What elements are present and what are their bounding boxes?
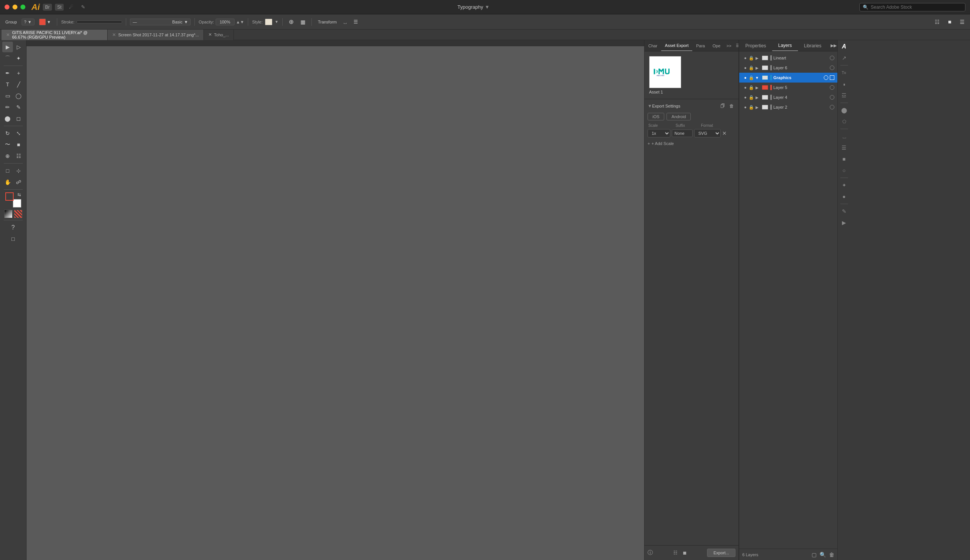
ope-tab[interactable]: Ope	[709, 40, 724, 51]
view-split-icon[interactable]: ◽	[944, 18, 955, 26]
close-button[interactable]	[5, 5, 10, 10]
slice-tool[interactable]: ⊹	[13, 165, 24, 176]
layer-target-6[interactable]	[830, 65, 834, 70]
stroke-profile-dropdown[interactable]: — Basic ▼	[130, 18, 190, 25]
export-list-icon[interactable]: ☷	[672, 549, 680, 557]
para-tab[interactable]: Para	[692, 40, 709, 51]
style-swatch[interactable]	[265, 18, 272, 25]
free-transform-tool[interactable]: ■	[13, 139, 24, 150]
help-tool[interactable]: ?	[8, 222, 18, 233]
layer-expand-2[interactable]: ▶	[755, 105, 760, 110]
text-char-rail-icon[interactable]: ☲	[839, 90, 849, 100]
layer-row-4[interactable]: ● 🔒 ▶ Layer 4	[739, 92, 837, 102]
text-options-rail-icon[interactable]: T≡	[839, 68, 849, 78]
layers-tab[interactable]: Layers	[772, 40, 798, 51]
type-rail-icon[interactable]: A	[839, 42, 849, 52]
layer-lock-4[interactable]: 🔒	[748, 94, 755, 100]
hand-tool[interactable]: ✋	[2, 177, 13, 187]
zoom-tool[interactable]: ☍	[13, 177, 24, 187]
layer-target-5[interactable]	[830, 85, 834, 90]
rect-tool[interactable]: ▭	[2, 90, 13, 101]
layer-lock-5[interactable]: 🔒	[748, 85, 755, 90]
layer-row-5[interactable]: ● 🔒 ▶ Layer 5	[739, 83, 837, 92]
layer-lock-2[interactable]: 🔒	[748, 104, 755, 110]
pen-tool[interactable]: ✒	[2, 68, 13, 78]
layer-target-graphics[interactable]	[824, 75, 828, 80]
transform-options-icon[interactable]: ⎵	[341, 18, 349, 25]
layer-lock-lineart[interactable]: 🔒	[748, 55, 755, 61]
stock-button[interactable]: St	[55, 4, 63, 11]
android-button[interactable]: Android	[666, 113, 691, 120]
stroke-swatch[interactable]	[5, 192, 13, 201]
type-tool[interactable]: T	[2, 79, 13, 90]
layer-target-lineart[interactable]	[830, 56, 834, 60]
tab1-close[interactable]: ✕	[6, 32, 10, 37]
pathfinder-rail-icon[interactable]: ■	[839, 154, 849, 164]
stroke-rail-icon[interactable]: ○	[839, 165, 849, 175]
text-wrap-rail-icon[interactable]: ∎	[839, 79, 849, 89]
layer-target-2[interactable]	[830, 105, 834, 110]
group-type-dropdown[interactable]: ?▼	[22, 18, 35, 25]
gradient-swatch[interactable]	[4, 210, 12, 218]
opacity-input[interactable]	[215, 18, 235, 25]
recolor-icon[interactable]: ⊕	[286, 17, 296, 26]
transform-rail-icon[interactable]: ⎵	[839, 132, 849, 141]
doc-tab-3[interactable]: ✕ Toho_...	[204, 30, 234, 40]
artboard-tool[interactable]: □	[2, 165, 13, 176]
swap-colors-icon[interactable]: ⇆	[17, 192, 21, 196]
align-rail-icon[interactable]: ☰	[839, 143, 849, 153]
blob-brush-tool[interactable]: ⬤	[2, 113, 13, 124]
paint-brush-tool[interactable]: ✏	[2, 102, 13, 112]
layer-vis-2[interactable]: ●	[742, 104, 748, 110]
stroke-input[interactable]	[77, 21, 122, 23]
layer-target-4[interactable]	[830, 95, 834, 100]
panel-menu-icon[interactable]: ☰	[958, 18, 967, 26]
workspace-button[interactable]: ☄	[67, 3, 76, 11]
search-stock-box[interactable]: 🔍	[859, 3, 965, 12]
layer-expand-6[interactable]: ▶	[755, 65, 760, 70]
layer-row-6[interactable]: ● 🔒 ▶ Layer 6	[739, 63, 837, 73]
stroke-color-btn[interactable]: ▼	[37, 18, 53, 26]
warp-tool[interactable]: 〜	[2, 139, 13, 150]
delete-layer-icon[interactable]: 🗑	[829, 552, 834, 558]
export-settings-header[interactable]: ▼ Export Settings 🗍 🗑	[648, 102, 735, 110]
layer-vis-graphics[interactable]: ●	[742, 75, 748, 81]
view-grid-icon[interactable]: ☷	[933, 18, 942, 26]
panel-menu-btn[interactable]: ☰	[734, 40, 738, 51]
suffix-input[interactable]	[672, 130, 693, 137]
layer-row-graphics[interactable]: ● 🔒 ▼ Graphics	[739, 73, 837, 83]
opacity-chevron[interactable]: ▲▼	[236, 20, 244, 24]
export-settings-copy-icon[interactable]: 🗍	[719, 102, 726, 110]
direct-select-tool[interactable]: ▷	[13, 42, 24, 52]
select-tool[interactable]: ▶	[2, 42, 13, 52]
layer-circle-graphics[interactable]	[830, 75, 834, 80]
doc-tab-1[interactable]: ✕ GITS ARISE PACIFIC 911 LIVERY.ai* @ 66…	[2, 30, 108, 40]
search-stock-input[interactable]	[871, 5, 954, 10]
line-tool[interactable]: ╱	[13, 79, 24, 90]
layer-row-2[interactable]: ● 🔒 ▶ Layer 2	[739, 102, 837, 112]
none-swatch[interactable]	[14, 210, 22, 218]
export-grid-icon[interactable]: ◼	[681, 549, 688, 557]
shape-builder-tool[interactable]: ⊕	[2, 151, 13, 161]
scale-dropdown[interactable]: 1x 2x 3x	[648, 129, 670, 137]
fill-swatch[interactable]	[13, 199, 21, 207]
doc-tab-2[interactable]: ✕ Screen Shot 2017-11-27 at 14.17.37.png…	[108, 30, 204, 40]
asset-export-tab[interactable]: Asset Export	[661, 40, 692, 51]
layer-lock-6[interactable]: 🔒	[748, 65, 755, 71]
export2-rail-icon[interactable]: ▶	[839, 218, 849, 228]
remove-scale-btn[interactable]: ✕	[722, 130, 727, 136]
export-rail-icon[interactable]: ↗	[839, 53, 849, 63]
libraries-tab[interactable]: Libraries	[798, 40, 828, 51]
layers-search-icon[interactable]: 🔍	[820, 552, 826, 558]
bridge-button[interactable]: Br	[43, 4, 52, 11]
add-anchor-tool[interactable]: +	[13, 68, 24, 78]
eraser-tool[interactable]: ◻	[13, 113, 24, 124]
ios-button[interactable]: iOS	[648, 113, 664, 120]
layer-expand-4[interactable]: ▶	[755, 95, 760, 100]
layer-vis-5[interactable]: ●	[742, 85, 748, 90]
pencil-tool[interactable]: ✎	[13, 102, 24, 112]
layer-row-lineart[interactable]: ● 🔒 ▶ Lineart	[739, 53, 837, 63]
pen-button[interactable]: ✎	[79, 3, 87, 11]
selection-mode-icon[interactable]: ▦	[298, 18, 308, 26]
rotate-tool[interactable]: ↻	[2, 128, 13, 138]
